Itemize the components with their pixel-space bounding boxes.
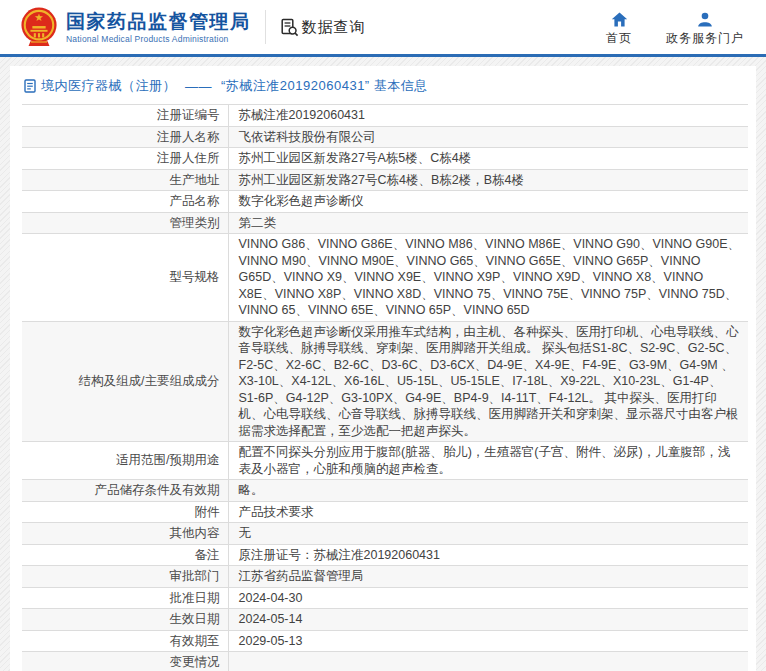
site-logo: ★ 国家药品监督管理局 National Medical Products Ad… <box>20 5 251 49</box>
nav-portal[interactable]: 政务服务门户 <box>666 12 744 47</box>
row-value: 略。 <box>228 480 748 502</box>
row-label: 产品储存条件及有效期 <box>22 480 228 502</box>
row-value: 苏州工业园区新发路27号C栋4楼、B栋2楼，B栋4楼 <box>228 169 748 191</box>
table-row: 适用范围/预期用途配置不同探头分别应用于腹部(脏器、胎儿)，生殖器官(子宫、附件… <box>22 442 748 480</box>
document-icon <box>24 79 36 93</box>
row-label: 生效日期 <box>22 609 228 631</box>
row-value: 原注册证号：苏械注准20192060431 <box>228 544 748 566</box>
national-emblem-icon: ★ <box>20 5 58 49</box>
table-row: 批准日期2024-04-30 <box>22 587 748 609</box>
nav-home-label: 首页 <box>606 30 632 47</box>
data-query-label: 数据查询 <box>302 18 366 37</box>
table-row: 型号规格VINNO G86、VINNO G86E、VINNO M86、VINNO… <box>22 234 748 322</box>
svg-text:★: ★ <box>34 12 43 23</box>
row-label: 注册人名称 <box>22 126 228 148</box>
row-label: 其他内容 <box>22 523 228 545</box>
row-value: 江苏省药品监督管理局 <box>228 566 748 588</box>
table-row: 生效日期2024-05-14 <box>22 609 748 631</box>
row-value: 产品技术要求 <box>228 501 748 523</box>
row-label: 产品名称 <box>22 191 228 213</box>
site-title: 国家药品监督管理局 <box>66 11 251 33</box>
row-value: 数字化彩色超声诊断仪采用推车式结构，由主机、各种探头、医用打印机、心电导联线、心… <box>228 321 748 442</box>
breadcrumb: 境内医疗器械（注册） —— “苏械注准20192060431” 基本信息 <box>22 66 748 104</box>
table-row: 生产地址苏州工业园区新发路27号C栋4楼、B栋2楼，B栋4楼 <box>22 169 748 191</box>
table-row: 有效期至2029-05-13 <box>22 630 748 652</box>
table-row: 备注原注册证号：苏械注准20192060431 <box>22 544 748 566</box>
row-label: 管理类别 <box>22 212 228 234</box>
row-value: 配置不同探头分别应用于腹部(脏器、胎儿)，生殖器官(子宫、附件、泌尿)，儿童腹部… <box>228 442 748 480</box>
nav-home[interactable]: 首页 <box>606 12 632 47</box>
row-label: 型号规格 <box>22 234 228 322</box>
breadcrumb-category: 境内医疗器械（注册） <box>41 77 176 95</box>
row-label: 变更情况 <box>22 652 228 671</box>
row-label: 审批部门 <box>22 566 228 588</box>
table-row: 管理类别第二类 <box>22 212 748 234</box>
home-icon <box>611 12 628 27</box>
row-label: 注册人住所 <box>22 148 228 170</box>
data-query-tab[interactable]: 数据查询 <box>280 18 366 37</box>
row-value: 飞依诺科技股份有限公司 <box>228 126 748 148</box>
content-card: 境内医疗器械（注册） —— “苏械注准20192060431” 基本信息 注册证… <box>10 66 756 671</box>
table-row: 变更情况 <box>22 652 748 671</box>
table-row: 注册人住所苏州工业园区新发路27号A栋5楼、C栋4楼 <box>22 148 748 170</box>
row-value: 苏械注准20192060431 <box>228 105 748 127</box>
row-value: 2029-05-13 <box>228 630 748 652</box>
row-value: 数字化彩色超声诊断仪 <box>228 191 748 213</box>
table-row: 产品储存条件及有效期略。 <box>22 480 748 502</box>
nav-portal-label: 政务服务门户 <box>666 30 744 47</box>
row-label: 备注 <box>22 544 228 566</box>
table-row: 审批部门江苏省药品监督管理局 <box>22 566 748 588</box>
table-row: 注册证编号苏械注准20192060431 <box>22 105 748 127</box>
row-label: 生产地址 <box>22 169 228 191</box>
row-label: 适用范围/预期用途 <box>22 442 228 480</box>
row-value: 无 <box>228 523 748 545</box>
row-label: 附件 <box>22 501 228 523</box>
row-label: 批准日期 <box>22 587 228 609</box>
row-value: 苏州工业园区新发路27号A栋5楼、C栋4楼 <box>228 148 748 170</box>
header-divider <box>265 10 266 44</box>
row-value: 2024-05-14 <box>228 609 748 631</box>
row-value: VINNO G86、VINNO G86E、VINNO M86、VINNO M86… <box>228 234 748 322</box>
info-table-body: 注册证编号苏械注准20192060431注册人名称飞依诺科技股份有限公司注册人住… <box>22 105 748 671</box>
table-row: 注册人名称飞依诺科技股份有限公司 <box>22 126 748 148</box>
row-label: 结构及组成/主要组成成分 <box>22 321 228 442</box>
data-query-icon <box>280 18 299 37</box>
header-nav: 首页 政务服务门户 <box>606 8 744 47</box>
page-background: 境内医疗器械（注册） —— “苏械注准20192060431” 基本信息 注册证… <box>0 57 766 671</box>
breadcrumb-separator: —— <box>185 79 212 94</box>
table-row: 产品名称数字化彩色超声诊断仪 <box>22 191 748 213</box>
info-table: 注册证编号苏械注准20192060431注册人名称飞依诺科技股份有限公司注册人住… <box>22 104 748 671</box>
row-value: 2024-04-30 <box>228 587 748 609</box>
row-label: 有效期至 <box>22 630 228 652</box>
user-icon <box>697 12 713 27</box>
table-row: 其他内容无 <box>22 523 748 545</box>
row-value <box>228 652 748 671</box>
table-row: 结构及组成/主要组成成分数字化彩色超声诊断仪采用推车式结构，由主机、各种探头、医… <box>22 321 748 442</box>
breadcrumb-title: “苏械注准20192060431” 基本信息 <box>221 77 428 95</box>
table-row: 附件产品技术要求 <box>22 501 748 523</box>
site-title-block: 国家药品监督管理局 National Medical Products Admi… <box>66 11 251 44</box>
site-header: ★ 国家药品监督管理局 National Medical Products Ad… <box>0 0 766 54</box>
row-value: 第二类 <box>228 212 748 234</box>
site-title-en: National Medical Products Administration <box>66 34 251 44</box>
row-label: 注册证编号 <box>22 105 228 127</box>
